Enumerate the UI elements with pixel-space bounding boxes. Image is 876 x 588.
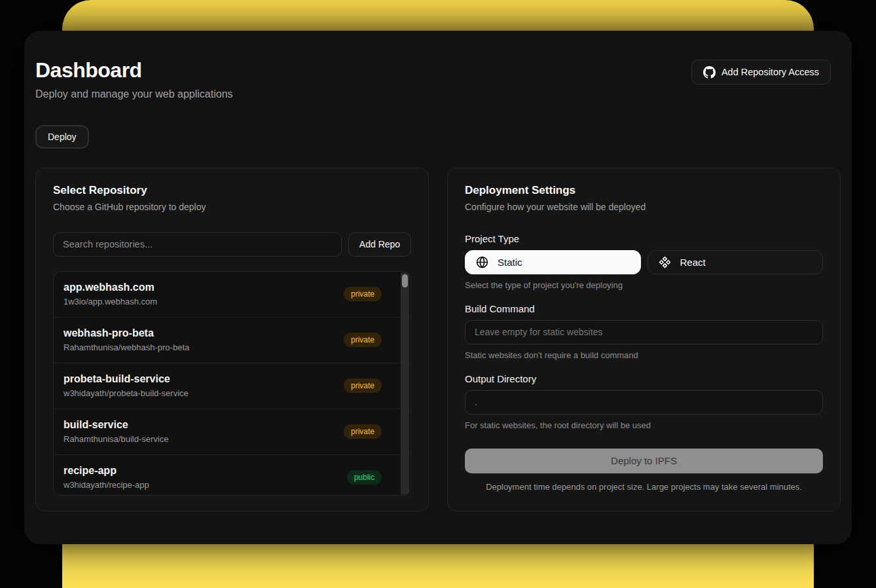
- scrollbar-thumb[interactable]: [402, 274, 408, 287]
- deployment-settings-subtitle: Configure how your website will be deplo…: [465, 202, 823, 212]
- project-type-helper: Select the type of project you're deploy…: [465, 280, 823, 290]
- component-icon: [659, 256, 671, 268]
- repo-name: webhash-pro-beta: [64, 327, 189, 339]
- output-directory-helper: For static websites, the root directory …: [465, 420, 823, 430]
- tab-deploy[interactable]: Deploy: [35, 125, 89, 149]
- repository-list-item[interactable]: probeta-build-service w3hidayath/probeta…: [54, 363, 411, 409]
- search-repositories-input[interactable]: [53, 232, 342, 257]
- add-repo-button[interactable]: Add Repo: [348, 232, 411, 257]
- repo-full-name: Rahamthunisa/build-service: [64, 434, 168, 444]
- select-repository-title: Select Repository: [53, 184, 411, 197]
- repo-visibility-badge: private: [344, 424, 382, 439]
- repository-list-item[interactable]: app.webhash.com 1w3io/app.webhash.com pr…: [54, 272, 411, 318]
- build-command-helper: Static websites don't require a build co…: [465, 350, 823, 360]
- github-icon: [703, 66, 716, 79]
- deploy-to-ipfs-button[interactable]: Deploy to IPFS: [465, 449, 823, 473]
- page-title: Dashboard: [35, 58, 233, 83]
- tab-bar: Deploy: [35, 125, 841, 149]
- repo-visibility-badge: public: [347, 470, 382, 485]
- project-type-static-label: Static: [498, 257, 522, 268]
- build-command-label: Build Command: [465, 303, 823, 314]
- repository-list-scrollbar[interactable]: [401, 272, 409, 494]
- deploy-note: Deployment time depends on project size.…: [465, 482, 823, 492]
- repo-full-name: w3hidayath/recipe-app: [64, 480, 149, 490]
- project-type-react-label: React: [680, 257, 706, 268]
- add-repository-access-label: Add Repository Access: [721, 67, 819, 77]
- output-directory-input[interactable]: [465, 390, 823, 414]
- repository-list-item[interactable]: webhash-pro-beta Rahamthunisa/webhash-pr…: [54, 318, 411, 363]
- project-type-static-button[interactable]: Static: [465, 250, 641, 274]
- project-type-label: Project Type: [465, 233, 823, 244]
- repo-visibility-badge: private: [344, 333, 382, 347]
- repository-list: app.webhash.com 1w3io/app.webhash.com pr…: [54, 272, 411, 495]
- deployment-settings-card: Deployment Settings Configure how your w…: [447, 168, 841, 511]
- repo-full-name: 1w3io/app.webhash.com: [64, 297, 157, 306]
- repo-name: probeta-build-service: [64, 373, 189, 385]
- repo-visibility-badge: private: [344, 287, 382, 301]
- page-header: Dashboard Deploy and manage your web app…: [35, 58, 841, 100]
- repo-full-name: Rahamthunisa/webhash-pro-beta: [64, 342, 189, 352]
- repository-list-item[interactable]: build-service Rahamthunisa/build-service…: [54, 409, 411, 455]
- output-directory-label: Output Directory: [465, 373, 823, 384]
- add-repository-access-button[interactable]: Add Repository Access: [691, 60, 831, 84]
- globe-icon: [476, 256, 488, 268]
- deployment-settings-title: Deployment Settings: [465, 184, 823, 197]
- repo-name: build-service: [64, 419, 168, 431]
- select-repository-subtitle: Choose a GitHub repository to deploy: [53, 202, 411, 212]
- repo-name: recipe-app: [64, 465, 149, 477]
- repository-list-container: app.webhash.com 1w3io/app.webhash.com pr…: [53, 271, 411, 496]
- repo-visibility-badge: private: [344, 378, 382, 393]
- repo-full-name: w3hidayath/probeta-build-service: [64, 388, 189, 398]
- dashboard-panel: Dashboard Deploy and manage your web app…: [24, 31, 852, 544]
- page-subtitle: Deploy and manage your web applications: [35, 88, 233, 100]
- repository-list-item[interactable]: recipe-app w3hidayath/recipe-app public: [54, 455, 411, 495]
- repo-name: app.webhash.com: [64, 282, 157, 293]
- project-type-react-button[interactable]: React: [648, 250, 824, 274]
- select-repository-card: Select Repository Choose a GitHub reposi…: [35, 168, 429, 511]
- build-command-input[interactable]: [465, 320, 823, 344]
